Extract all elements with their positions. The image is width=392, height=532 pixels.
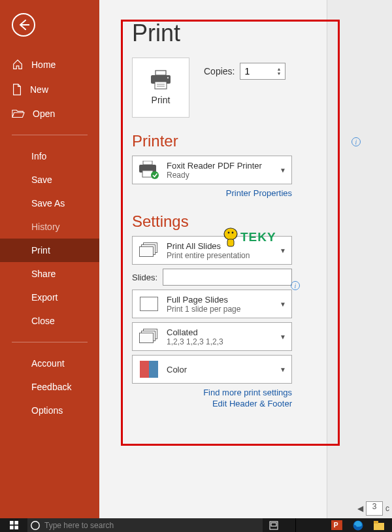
nav-label: History <box>31 222 60 232</box>
color-dropdown[interactable]: Color ▼ <box>132 355 292 384</box>
printer-dropdown[interactable]: Foxit Reader PDF Printer Ready ▼ <box>132 156 292 184</box>
task-view-icon[interactable] <box>269 521 278 530</box>
chevron-down-icon: ▼ <box>280 167 286 174</box>
nav-share[interactable]: Share <box>0 262 99 286</box>
print-range-title: Print All Slides <box>167 241 273 251</box>
print-layout-sub: Print 1 slide per page <box>167 305 273 314</box>
svg-rect-2 <box>155 82 167 89</box>
copies-spinner[interactable]: ▲▼ <box>277 67 282 76</box>
nav-close[interactable]: Close <box>0 309 99 333</box>
main-panel: ◀ 3 c Print Print Copies: <box>99 0 392 518</box>
svg-rect-20 <box>271 523 276 526</box>
color-icon <box>138 359 160 379</box>
printer-info-icon[interactable]: i <box>351 137 361 146</box>
settings-heading: Settings <box>132 212 363 231</box>
svg-rect-24 <box>374 523 384 530</box>
collate-title: Collated <box>167 327 273 337</box>
nav-options[interactable]: Options <box>0 399 99 422</box>
taskbar: Type here to search P <box>0 518 392 532</box>
nav-home[interactable]: Home <box>0 52 99 77</box>
copies-input[interactable]: 1 ▲▼ <box>240 63 286 80</box>
windows-icon <box>10 521 18 529</box>
nav-label: Save As <box>31 198 65 208</box>
nav-label: Feedback <box>31 382 71 392</box>
print-button-label: Print <box>152 95 171 105</box>
nav-new[interactable]: New <box>0 77 99 102</box>
svg-rect-0 <box>155 71 166 75</box>
taskbar-separator <box>295 518 296 532</box>
nav-new-label: New <box>30 84 48 95</box>
document-icon <box>12 84 22 95</box>
svg-point-18 <box>31 521 39 529</box>
chevron-down-icon: ▼ <box>280 247 286 254</box>
nav-label: Share <box>31 269 56 279</box>
chevron-down-icon: ▼ <box>280 301 286 308</box>
sidebar: Home New Open Info Save Save As History … <box>0 0 99 518</box>
color-title: Color <box>167 365 273 374</box>
nav-save-as[interactable]: Save As <box>0 191 99 215</box>
collate-dropdown[interactable]: Collated 1,2,3 1,2,3 1,2,3 ▼ <box>132 322 292 351</box>
nav-label: Print <box>31 245 50 256</box>
svg-rect-6 <box>143 161 152 165</box>
taskbar-app-powerpoint[interactable]: P <box>331 520 342 530</box>
nav-open-label: Open <box>33 108 55 119</box>
svg-point-9 <box>151 171 159 179</box>
svg-point-5 <box>167 77 169 78</box>
sidebar-separator <box>12 342 88 342</box>
printer-icon <box>150 70 172 90</box>
nav-export[interactable]: Export <box>0 286 99 309</box>
slides-label: Slides: <box>132 273 157 282</box>
svg-rect-14 <box>10 521 14 525</box>
print-range-sub: Print entire presentation <box>167 251 273 260</box>
nav-account[interactable]: Account <box>0 352 99 375</box>
slides-input[interactable] <box>163 269 292 286</box>
nav-info[interactable]: Info <box>0 144 99 168</box>
taskbar-search[interactable]: Type here to search <box>27 518 263 532</box>
nav-home-label: Home <box>31 59 56 70</box>
collate-sub: 1,2,3 1,2,3 1,2,3 <box>167 337 273 346</box>
svg-text:P: P <box>334 522 338 529</box>
nav-feedback[interactable]: Feedback <box>0 375 99 399</box>
svg-rect-15 <box>14 521 18 525</box>
nav-save[interactable]: Save <box>0 168 99 191</box>
nav-print[interactable]: Print <box>0 239 99 262</box>
more-print-settings-link[interactable]: Find more print settings <box>132 388 292 397</box>
page-prev-icon[interactable]: ◀ <box>357 504 363 513</box>
back-arrow-icon <box>18 19 29 31</box>
folder-open-icon <box>12 108 25 119</box>
nav-open[interactable]: Open <box>0 102 99 125</box>
nav-label: Export <box>31 292 57 303</box>
printer-properties-link[interactable]: Printer Properties <box>132 188 292 198</box>
preview-panel: ◀ 3 c <box>327 0 392 518</box>
start-button[interactable] <box>0 518 27 532</box>
nav-label: Options <box>31 405 63 416</box>
print-range-dropdown[interactable]: Print All Slides Print entire presentati… <box>132 236 292 265</box>
taskbar-app-edge[interactable] <box>353 520 363 531</box>
nav-history[interactable]: History <box>0 215 99 239</box>
printer-ready-icon <box>138 160 160 180</box>
printer-heading: Printer i <box>132 132 363 150</box>
nav-label: Save <box>31 175 52 185</box>
print-button[interactable]: Print <box>132 58 189 118</box>
full-page-icon <box>138 294 160 314</box>
page-navigator: ◀ 3 c <box>357 501 389 516</box>
slides-icon <box>138 241 160 260</box>
page-current-input[interactable]: 3 <box>366 501 383 516</box>
print-layout-title: Full Page Slides <box>167 295 273 305</box>
chevron-down-icon: ▼ <box>280 333 286 341</box>
back-button[interactable] <box>12 13 35 37</box>
taskbar-app-explorer[interactable] <box>374 521 384 530</box>
slides-info-icon[interactable]: i <box>291 281 300 290</box>
edit-header-footer-link[interactable]: Edit Header & Footer <box>132 399 292 408</box>
copies-value: 1 <box>244 66 250 76</box>
svg-rect-16 <box>10 525 14 529</box>
search-placeholder: Type here to search <box>44 521 114 530</box>
copies-label: Copies: <box>204 66 235 76</box>
page-of-label: c <box>385 504 389 513</box>
printer-name: Foxit Reader PDF Printer <box>167 161 273 171</box>
svg-rect-25 <box>374 521 378 524</box>
nav-label: Account <box>31 358 65 369</box>
print-layout-dropdown[interactable]: Full Page Slides Print 1 slide per page … <box>132 290 292 318</box>
nav-label: Info <box>31 151 46 161</box>
home-icon <box>12 59 24 71</box>
